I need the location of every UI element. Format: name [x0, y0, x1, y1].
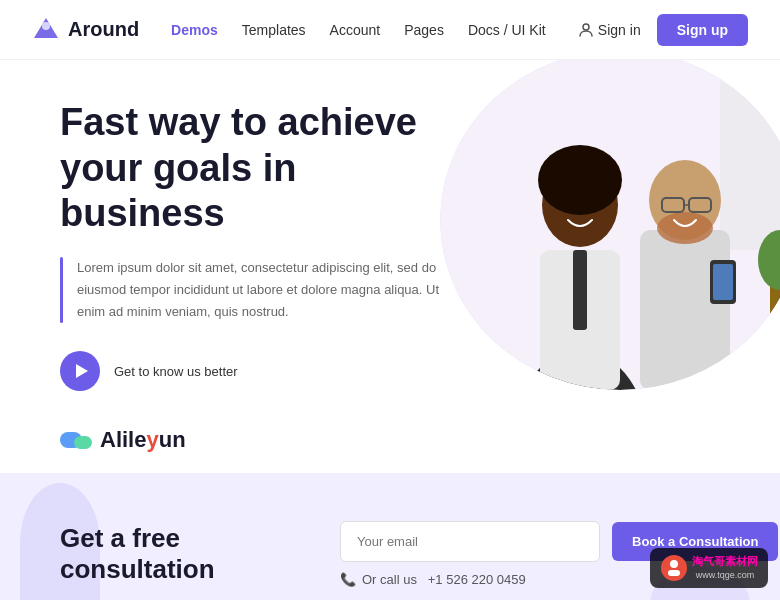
- nav-docs[interactable]: Docs / UI Kit: [468, 22, 546, 38]
- nav-pages[interactable]: Pages: [404, 22, 444, 38]
- svg-point-2: [583, 24, 589, 30]
- brand-highlight: y: [146, 427, 158, 452]
- cloud-logo-icon: [60, 432, 92, 449]
- hero-description: Lorem ipsum dolor sit amet, consectetur …: [77, 257, 440, 323]
- nav-templates[interactable]: Templates: [242, 22, 306, 38]
- sign-up-button[interactable]: Sign up: [657, 14, 748, 46]
- navbar: Around Demos Templates Account Pages Doc…: [0, 0, 780, 60]
- watermark-site: 淘气哥素材网 www.tqge.com: [660, 554, 758, 582]
- svg-point-13: [657, 212, 713, 244]
- play-icon: [76, 364, 88, 378]
- people-illustration: [440, 60, 780, 390]
- hero-image-inner: [440, 60, 780, 390]
- watermark: 淘气哥素材网 www.tqge.com: [650, 548, 768, 588]
- svg-rect-11: [640, 230, 730, 390]
- consultation-title: Get a free consultation: [60, 523, 280, 585]
- hero-cta: Get to know us better: [60, 351, 440, 391]
- hero-title: Fast way to achieve your goals in busine…: [60, 100, 440, 237]
- brand-name: Around: [68, 18, 139, 41]
- cloud-green: [74, 436, 92, 449]
- nav-actions: Sign in Sign up: [578, 14, 748, 46]
- watermark-site-name: 淘气哥素材网: [692, 554, 758, 569]
- logo[interactable]: Around: [32, 16, 139, 44]
- alileyun-text: Alileyun: [100, 427, 186, 453]
- alileyun-logo: Alileyun: [60, 427, 720, 453]
- around-logo-icon: [32, 16, 60, 44]
- hero-image: [440, 60, 780, 390]
- cta-label: Get to know us better: [114, 364, 238, 379]
- svg-rect-8: [573, 250, 587, 330]
- sign-in-button[interactable]: Sign in: [578, 22, 641, 38]
- nav-links: Demos Templates Account Pages Docs / UI …: [171, 22, 578, 38]
- svg-point-10: [538, 145, 622, 215]
- email-input[interactable]: [340, 521, 600, 562]
- phone-icon: 📞: [340, 572, 356, 587]
- watermark-url: www.tqge.com: [692, 569, 758, 582]
- nav-account[interactable]: Account: [330, 22, 381, 38]
- brand-row: Alileyun: [0, 411, 780, 473]
- nav-demos[interactable]: Demos: [171, 22, 218, 38]
- hero-description-wrapper: Lorem ipsum dolor sit amet, consectetur …: [60, 257, 440, 323]
- hero-section: Fast way to achieve your goals in busine…: [0, 60, 780, 411]
- user-icon: [578, 22, 594, 38]
- svg-rect-23: [668, 570, 680, 576]
- call-text: Or call us +1 526 220 0459: [362, 572, 526, 587]
- play-button[interactable]: [60, 351, 100, 391]
- hero-content: Fast way to achieve your goals in busine…: [60, 100, 440, 391]
- watermark-icon: [660, 554, 688, 582]
- hero-accent-bar: [60, 257, 63, 323]
- svg-point-22: [670, 560, 678, 568]
- svg-rect-5: [720, 60, 780, 250]
- svg-rect-18: [713, 264, 733, 300]
- svg-point-1: [42, 22, 50, 30]
